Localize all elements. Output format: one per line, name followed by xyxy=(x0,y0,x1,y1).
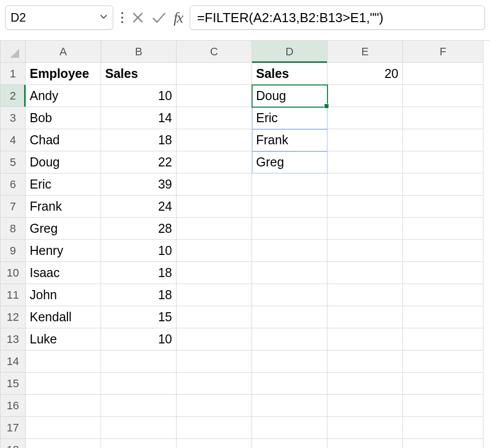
more-options-icon[interactable] xyxy=(120,11,124,25)
cell-F2[interactable] xyxy=(403,85,483,107)
cell-D12[interactable] xyxy=(252,306,328,328)
cell-D8[interactable] xyxy=(252,218,328,240)
cell-A8[interactable]: Greg xyxy=(26,218,101,240)
cell-B2[interactable]: 10 xyxy=(101,85,177,107)
cell-A1[interactable]: Employee xyxy=(26,63,101,85)
cell-C13[interactable] xyxy=(177,328,252,350)
cell-B10[interactable]: 18 xyxy=(101,262,177,284)
cell-D3[interactable]: Eric xyxy=(252,107,328,129)
cell-E12[interactable] xyxy=(328,306,403,328)
cell-B9[interactable]: 10 xyxy=(101,240,177,262)
cell-A11[interactable]: John xyxy=(26,284,101,306)
cell-D1[interactable]: Sales xyxy=(252,63,328,85)
cell-E6[interactable] xyxy=(328,173,403,196)
row-header-13[interactable]: 13 xyxy=(1,328,26,350)
cell-D15[interactable] xyxy=(252,373,328,395)
cell-C7[interactable] xyxy=(177,196,252,218)
cell-F17[interactable] xyxy=(403,417,483,439)
row-header-15[interactable]: 15 xyxy=(1,373,26,395)
cell-C14[interactable] xyxy=(177,350,252,373)
row-header-11[interactable]: 11 xyxy=(1,284,26,306)
row-header-5[interactable]: 5 xyxy=(1,151,26,173)
cell-B14[interactable] xyxy=(101,350,177,373)
fx-icon[interactable]: fx xyxy=(174,9,183,26)
cell-A10[interactable]: Isaac xyxy=(26,262,101,284)
cell-B5[interactable]: 22 xyxy=(101,151,177,173)
cell-F9[interactable] xyxy=(403,240,483,262)
cell-E1[interactable]: 20 xyxy=(328,63,403,85)
row-header-1[interactable]: 1 xyxy=(1,63,26,85)
cell-C2[interactable] xyxy=(177,85,252,107)
cell-C12[interactable] xyxy=(177,306,252,328)
cell-B15[interactable] xyxy=(101,373,177,395)
cell-D11[interactable] xyxy=(252,284,328,306)
cell-D17[interactable] xyxy=(252,417,328,439)
row-header-12[interactable]: 12 xyxy=(1,306,26,328)
row-header-18[interactable]: 18 xyxy=(1,439,26,448)
cell-B1[interactable]: Sales xyxy=(101,63,177,85)
cell-A6[interactable]: Eric xyxy=(26,173,101,196)
cell-E5[interactable] xyxy=(328,151,403,173)
confirm-icon[interactable] xyxy=(151,11,167,24)
cell-D10[interactable] xyxy=(252,262,328,284)
cell-F1[interactable] xyxy=(403,63,483,85)
cell-E8[interactable] xyxy=(328,218,403,240)
cell-E4[interactable] xyxy=(328,129,403,151)
row-header-9[interactable]: 9 xyxy=(1,240,26,262)
cell-F7[interactable] xyxy=(403,196,483,218)
cell-F3[interactable] xyxy=(403,107,483,129)
cell-C8[interactable] xyxy=(177,218,252,240)
row-header-14[interactable]: 14 xyxy=(1,350,26,373)
col-header-B[interactable]: B xyxy=(101,41,177,63)
cell-C3[interactable] xyxy=(177,107,252,129)
cell-E11[interactable] xyxy=(328,284,403,306)
cancel-icon[interactable] xyxy=(131,11,144,24)
cell-E18[interactable] xyxy=(328,439,403,448)
cell-D5[interactable]: Greg xyxy=(252,151,328,173)
cell-F4[interactable] xyxy=(403,129,483,151)
cell-F5[interactable] xyxy=(403,151,483,173)
cell-C10[interactable] xyxy=(177,262,252,284)
cell-E17[interactable] xyxy=(328,417,403,439)
col-header-F[interactable]: F xyxy=(403,41,483,63)
cell-B6[interactable]: 39 xyxy=(101,173,177,196)
col-header-E[interactable]: E xyxy=(328,41,403,63)
row-header-10[interactable]: 10 xyxy=(1,262,26,284)
cell-F18[interactable] xyxy=(403,439,483,448)
cell-A3[interactable]: Bob xyxy=(26,107,101,129)
cell-B11[interactable]: 18 xyxy=(101,284,177,306)
cell-A12[interactable]: Kendall xyxy=(26,306,101,328)
row-header-4[interactable]: 4 xyxy=(1,129,26,151)
cell-A17[interactable] xyxy=(26,417,101,439)
cell-C15[interactable] xyxy=(177,373,252,395)
cell-B17[interactable] xyxy=(101,417,177,439)
cell-A7[interactable]: Frank xyxy=(26,196,101,218)
cell-C6[interactable] xyxy=(177,173,252,196)
cell-B18[interactable] xyxy=(101,439,177,448)
cell-C16[interactable] xyxy=(177,395,252,417)
cell-A13[interactable]: Luke xyxy=(26,328,101,350)
formula-input[interactable]: =FILTER(A2:A13,B2:B13>E1,"") xyxy=(190,6,485,30)
cell-F14[interactable] xyxy=(403,350,483,373)
cell-E14[interactable] xyxy=(328,350,403,373)
col-header-A[interactable]: A xyxy=(26,41,101,63)
cell-D4[interactable]: Frank xyxy=(252,129,328,151)
cell-E3[interactable] xyxy=(328,107,403,129)
cell-F16[interactable] xyxy=(403,395,483,417)
cell-A18[interactable] xyxy=(26,439,101,448)
cell-E7[interactable] xyxy=(328,196,403,218)
select-all-corner[interactable] xyxy=(1,41,26,63)
cell-D6[interactable] xyxy=(252,173,328,196)
cell-A9[interactable]: Henry xyxy=(26,240,101,262)
row-header-7[interactable]: 7 xyxy=(1,196,26,218)
spreadsheet-grid[interactable]: A B C D E F 1 Employee Sales Sales 20 2 … xyxy=(0,40,490,448)
cell-A5[interactable]: Doug xyxy=(26,151,101,173)
row-header-2[interactable]: 2 xyxy=(1,85,26,107)
cell-B16[interactable] xyxy=(101,395,177,417)
cell-F8[interactable] xyxy=(403,218,483,240)
cell-A16[interactable] xyxy=(26,395,101,417)
cell-B8[interactable]: 28 xyxy=(101,218,177,240)
cell-D7[interactable] xyxy=(252,196,328,218)
cell-F12[interactable] xyxy=(403,306,483,328)
col-header-C[interactable]: C xyxy=(177,41,252,63)
